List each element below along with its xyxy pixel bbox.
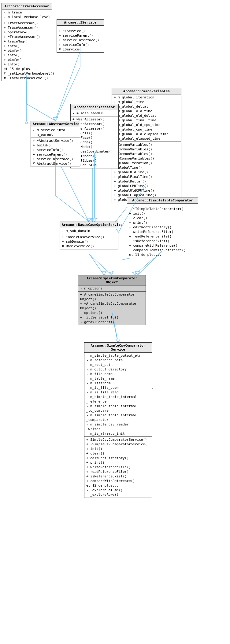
iservice-empty — [57, 26, 104, 28]
field-m-local-verbose: - m_local_verbose_level — [3, 15, 50, 19]
abstract-service-methods: + ~AbstractService() + build() + service… — [31, 138, 80, 167]
isimple-table-comparator-title: Arcane::ISimpleTableComparator — [127, 197, 198, 204]
mesh-accessor-title: Arcane::MeshAccessor — [71, 104, 118, 110]
common-variables-methods: + CommonVariables() + CommonVariables() … — [112, 142, 181, 203]
svg-marker-17 — [116, 339, 119, 342]
diagram-container: Arccore::TraceAccessor - m_trace - m_loc… — [0, 0, 230, 644]
iservice-methods: + ~IService() + serviceParent() + servic… — [57, 28, 104, 52]
arcane-simple-csv-comparator-object-title: ArcaneSimpleCsvComparatorObject — [78, 275, 146, 285]
simple-csv-comparator-service-title: Arcane::SimpleCsvComparatorService — [84, 343, 152, 353]
isimple-table-comparator-box: Arcane::ISimpleTableComparator + ~ISimpl… — [127, 197, 198, 258]
arcane-simple-csv-comparator-object-methods: + ArcaneSimpleCsvComparator Object() + ~… — [78, 292, 146, 325]
simple-csv-comparator-service-fields: - m_simple_table_output_ptr - m_referenc… — [84, 353, 152, 437]
svg-marker-29 — [92, 218, 97, 222]
simple-csv-comparator-service-box: Arcane::SimpleCsvComparatorService - m_s… — [84, 342, 152, 498]
svg-line-12 — [89, 254, 112, 275]
basic-case-option-service-methods: + ~BasicCaseService() + subDomain() # Ba… — [60, 234, 118, 249]
iservice-box: Arcane::IService + ~IService() + service… — [57, 19, 104, 53]
svg-line-26 — [55, 196, 89, 222]
isimple-table-comparator-empty — [127, 204, 198, 206]
basic-case-option-service-fields: - m_sub_domain — [60, 228, 118, 234]
basic-case-option-service-box: Arcane::BasicCaseOptionService - m_sub_d… — [60, 222, 118, 249]
svg-marker-33 — [135, 272, 140, 275]
svg-marker-13 — [109, 271, 113, 275]
svg-marker-27 — [87, 218, 91, 222]
svg-marker-21 — [53, 117, 58, 121]
trace-accessor-methods: + TraceAccessor() + TraceAccessor() + op… — [2, 20, 52, 81]
common-variables-box: Arcane::CommonVariables + m_global_itera… — [112, 88, 181, 203]
isimple-table-comparator-methods: + ~ISimpleTableComparator() + init() + c… — [127, 206, 198, 258]
abstract-service-title: Arcane::AbstractService — [31, 121, 80, 127]
svg-marker-8 — [91, 219, 94, 222]
field-m-trace: - m_trace — [3, 10, 50, 15]
svg-line-34 — [89, 254, 104, 275]
common-variables-title: Arcane::CommonVariables — [112, 88, 181, 94]
basic-case-option-service-title: Arcane::BasicCaseOptionService — [60, 222, 118, 228]
trace-accessor-title: Arccore::TraceAccessor — [2, 3, 52, 9]
simple-csv-comparator-service-methods: + SimpleCsvComparatorService() + ~Simple… — [84, 437, 152, 498]
common-variables-fields: + m_global_iteration + m_global_time + m… — [112, 94, 181, 142]
svg-line-20 — [27, 104, 55, 121]
trace-accessor-fields: - m_trace - m_local_verbose_level — [2, 9, 52, 20]
svg-marker-37 — [116, 339, 120, 342]
abstract-service-box: Arcane::AbstractService - m_service_info… — [31, 121, 80, 167]
iservice-title: Arcane::IService — [57, 20, 104, 26]
svg-marker-6 — [87, 219, 90, 222]
arcane-simple-csv-comparator-object-fields: - m_options — [78, 285, 146, 292]
svg-marker-15 — [132, 271, 136, 275]
arcane-simple-csv-comparator-object-box: ArcaneSimpleCsvComparatorObject - m_opti… — [78, 275, 146, 325]
svg-marker-35 — [102, 272, 106, 275]
trace-accessor-box: Arccore::TraceAccessor - m_trace - m_loc… — [2, 3, 52, 81]
abstract-service-fields: - m_service_info - m_parent — [31, 127, 80, 138]
svg-marker-1 — [25, 121, 28, 124]
svg-marker-24 — [53, 117, 58, 121]
mesh-accessor-fields: - m_mesh_handle — [71, 110, 118, 116]
